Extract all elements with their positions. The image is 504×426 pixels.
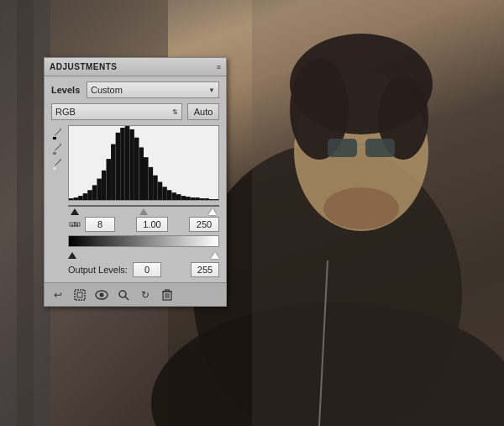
- svg-rect-43: [181, 196, 186, 200]
- preset-dropdown[interactable]: Custom ▼: [87, 82, 219, 98]
- svg-rect-50: [213, 199, 218, 200]
- eyedropper-midtone-tool[interactable]: [51, 142, 65, 155]
- input-gradient-track: [68, 205, 219, 207]
- svg-rect-54: [76, 224, 78, 227]
- preset-dropdown-arrow: ▼: [208, 87, 215, 94]
- levels-icon: [68, 218, 81, 231]
- channel-dropdown-arrow: ⇅: [172, 108, 178, 116]
- histogram-section: [51, 125, 219, 201]
- panel-body: Levels Custom ▼ RGB ⇅ Auto: [45, 76, 226, 282]
- highlight-slider[interactable]: [208, 208, 217, 215]
- output-slider-container: [68, 249, 219, 259]
- svg-rect-53: [74, 222, 76, 227]
- output-gradient-track: [68, 235, 219, 247]
- svg-rect-48: [204, 198, 209, 200]
- svg-rect-17: [53, 167, 56, 170]
- svg-rect-21: [78, 196, 83, 200]
- eye-button[interactable]: [93, 287, 110, 303]
- midtone-slider[interactable]: [139, 208, 148, 215]
- svg-rect-27: [107, 159, 112, 200]
- selection-button[interactable]: [71, 287, 88, 303]
- svg-rect-16: [53, 152, 56, 155]
- svg-rect-19: [69, 198, 74, 200]
- tool-icons: [51, 125, 65, 201]
- levels-row: Levels Custom ▼: [51, 82, 219, 98]
- adjustments-panel: ADJUSTMENTS ≡ Levels Custom ▼ RGB ⇅ Auto: [44, 57, 227, 307]
- input-slider-container: [68, 205, 219, 215]
- svg-rect-28: [111, 145, 116, 200]
- highlight-input[interactable]: 250: [189, 217, 219, 232]
- svg-rect-55: [75, 290, 85, 300]
- histogram-svg: [69, 126, 218, 200]
- bottom-toolbar: ↩ ↻: [45, 282, 226, 306]
- preset-value: Custom: [91, 85, 123, 95]
- zoom-button[interactable]: [115, 287, 132, 303]
- rotate-button[interactable]: ↻: [137, 287, 154, 303]
- output-shadow-input[interactable]: 0: [133, 262, 161, 277]
- eyedropper-highlight-tool[interactable]: [51, 157, 65, 171]
- svg-rect-24: [92, 185, 97, 200]
- svg-rect-56: [77, 292, 82, 297]
- levels-label: Levels: [51, 85, 81, 95]
- shadow-input[interactable]: 8: [85, 217, 115, 232]
- auto-button[interactable]: Auto: [187, 103, 219, 120]
- svg-rect-45: [191, 197, 196, 200]
- histogram-box: [68, 125, 219, 201]
- panel-title: ADJUSTMENTS: [50, 62, 118, 71]
- svg-rect-33: [134, 138, 139, 200]
- trash-button[interactable]: [159, 287, 176, 303]
- svg-rect-34: [139, 147, 144, 200]
- svg-rect-40: [167, 190, 172, 200]
- svg-rect-32: [129, 129, 134, 200]
- svg-rect-38: [158, 181, 163, 200]
- svg-rect-20: [74, 197, 79, 200]
- output-highlight-slider[interactable]: [211, 252, 219, 259]
- svg-rect-29: [116, 133, 121, 200]
- svg-rect-22: [83, 193, 88, 200]
- midtone-input[interactable]: 1.00: [136, 217, 168, 232]
- undo-button[interactable]: ↩: [50, 287, 66, 303]
- svg-rect-36: [149, 167, 154, 200]
- channel-value: RGB: [55, 107, 76, 117]
- svg-rect-42: [176, 194, 181, 200]
- svg-rect-15: [53, 137, 56, 139]
- svg-rect-30: [120, 128, 125, 200]
- svg-rect-39: [162, 187, 167, 200]
- shadow-slider[interactable]: [71, 208, 79, 215]
- svg-rect-46: [195, 197, 200, 200]
- panel-icons: ≡: [217, 63, 221, 71]
- channel-row: RGB ⇅ Auto: [51, 103, 219, 120]
- svg-rect-26: [102, 171, 107, 200]
- auto-label: Auto: [194, 107, 213, 117]
- svg-rect-25: [97, 179, 102, 200]
- svg-rect-49: [209, 199, 214, 200]
- svg-rect-31: [125, 126, 130, 200]
- channel-dropdown[interactable]: RGB ⇅: [51, 103, 182, 120]
- svg-rect-41: [171, 192, 176, 200]
- svg-rect-37: [153, 176, 158, 200]
- panel-menu-icon[interactable]: ≡: [217, 63, 221, 71]
- input-values-row: 8 1.00 250: [68, 217, 219, 232]
- output-levels-label: Output Levels:: [68, 265, 128, 275]
- svg-line-60: [125, 297, 129, 300]
- panel-header: ADJUSTMENTS ≡: [45, 58, 226, 76]
- svg-point-58: [100, 292, 104, 297]
- svg-point-59: [119, 291, 126, 297]
- svg-rect-52: [71, 224, 73, 227]
- output-label-row: Output Levels: 0 255: [68, 262, 219, 277]
- svg-rect-47: [200, 198, 205, 200]
- svg-rect-23: [87, 190, 92, 200]
- eyedropper-shadow-tool[interactable]: [51, 127, 65, 140]
- svg-rect-35: [144, 157, 149, 200]
- output-shadow-slider[interactable]: [68, 252, 76, 259]
- output-highlight-input[interactable]: 255: [191, 262, 219, 277]
- svg-rect-44: [186, 197, 191, 200]
